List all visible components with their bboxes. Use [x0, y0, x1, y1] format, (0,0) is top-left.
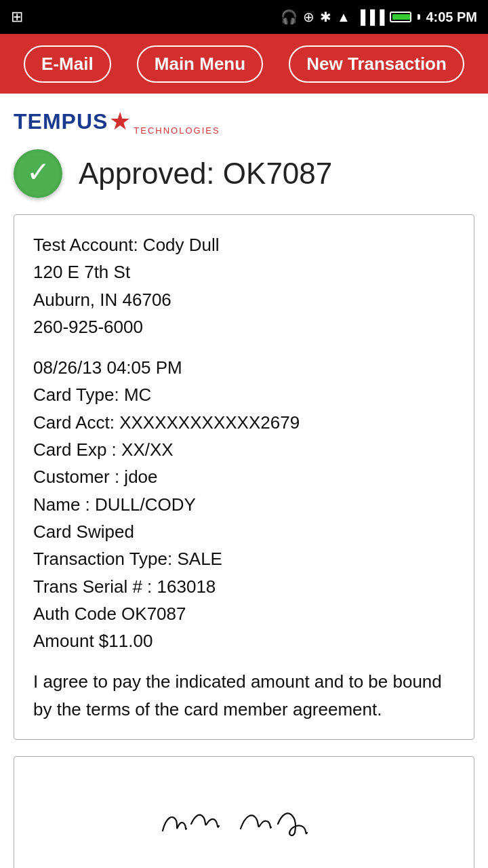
receipt-line11: Card Swiped	[33, 518, 455, 545]
receipt-line8: Card Exp : XX/XX	[33, 436, 455, 463]
logo-sub: TECHNOLOGIES	[134, 125, 220, 136]
receipt-agreement: I agree to pay the indicated amount and …	[33, 668, 455, 723]
approved-row: ✓ Approved: OK7087	[14, 149, 474, 198]
receipt-line5: 08/26/13 04:05 PM	[33, 354, 455, 381]
logo-star-icon: ★	[109, 107, 131, 136]
main-content: TEMPUS ★ TECHNOLOGIES ✓ Approved: OK7087…	[0, 94, 488, 868]
receipt-box: Test Account: Cody Dull 120 E 7th St Aub…	[14, 214, 474, 740]
battery-icon	[390, 12, 411, 22]
receipt-line9: Customer : jdoe	[33, 463, 455, 490]
approved-text: Approved: OK7087	[79, 157, 332, 191]
email-button[interactable]: E-Mail	[24, 45, 111, 83]
checkmark-icon: ✓	[26, 158, 50, 186]
main-menu-button[interactable]: Main Menu	[137, 45, 263, 83]
logo-name: TEMPUS	[14, 109, 108, 134]
battery-tip	[418, 14, 420, 20]
receipt-line4: 260-925-6000	[33, 313, 455, 340]
image-icon	[11, 8, 23, 26]
receipt-line12: Transaction Type: SALE	[33, 545, 455, 572]
signature-box	[14, 756, 474, 868]
receipt-line2: 120 E 7th St	[33, 258, 455, 285]
checkmark-circle: ✓	[14, 149, 62, 198]
receipt-line15: Amount $11.00	[33, 627, 455, 654]
new-transaction-button[interactable]: New Transaction	[289, 45, 464, 83]
logo-area: TEMPUS ★ TECHNOLOGIES	[14, 107, 474, 136]
signal-icon: ▐▐▐	[356, 9, 385, 25]
wifi-icon: ▲	[337, 9, 350, 25]
nav-bar: E-Mail Main Menu New Transaction	[0, 34, 488, 94]
receipt-line13: Trans Serial # : 163018	[33, 573, 455, 600]
receipt-line1: Test Account: Cody Dull	[33, 231, 455, 258]
headset-icon	[281, 9, 298, 25]
status-bar: ✱ ▲ ▐▐▐ 4:05 PM	[0, 0, 488, 34]
receipt-line3: Auburn, IN 46706	[33, 286, 455, 313]
receipt-line10: Name : DULL/CODY	[33, 491, 455, 518]
signature-image	[142, 787, 346, 854]
receipt-line7: Card Acct: XXXXXXXXXXXX2679	[33, 409, 455, 436]
receipt-line6: Card Type: MC	[33, 381, 455, 408]
status-time: 4:05 PM	[426, 9, 477, 25]
bluetooth-icon: ✱	[320, 9, 331, 25]
receipt-line14: Auth Code OK7087	[33, 600, 455, 627]
compass-icon	[303, 9, 314, 25]
